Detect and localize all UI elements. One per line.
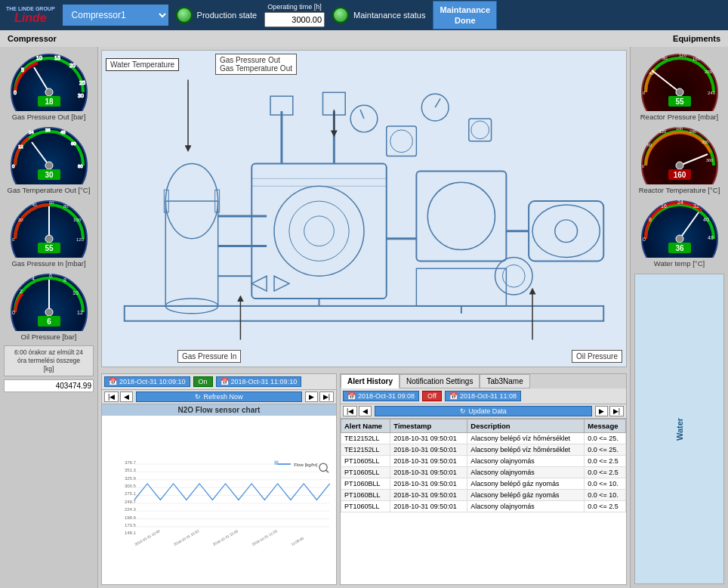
chart-refresh-button[interactable]: ↻ Refresh Now bbox=[136, 391, 301, 402]
svg-text:80: 80 bbox=[63, 204, 69, 209]
svg-text:55: 55 bbox=[675, 97, 684, 106]
svg-text:80: 80 bbox=[662, 56, 668, 60]
gauge-oil-pressure: 0 2 4 6 8 10 12 6 Oil Pressure [bar] bbox=[4, 271, 94, 341]
svg-text:2018-10-31 10:53: 2018-10-31 10:53 bbox=[173, 529, 199, 546]
gauge-gas-pressure-out-svg: 0 5 10 15 20 25 30 18 bbox=[8, 51, 91, 111]
svg-point-132 bbox=[676, 88, 683, 96]
gauge-gas-pressure-out-label: Gas Pressure Out [bar] bbox=[12, 113, 86, 121]
svg-text:30: 30 bbox=[45, 171, 54, 179]
alert-start-date-button[interactable]: 📅 2018-Oct-31 09:08 bbox=[343, 391, 419, 401]
svg-text:11:08:40: 11:08:40 bbox=[291, 536, 305, 546]
alert-tab-3[interactable]: Tab3Name bbox=[480, 374, 529, 388]
svg-text:36: 36 bbox=[675, 244, 684, 252]
svg-text:20: 20 bbox=[18, 218, 23, 222]
production-status: Production state bbox=[176, 7, 258, 23]
subheader-right: Equipments bbox=[673, 34, 720, 43]
svg-text:10: 10 bbox=[36, 55, 42, 60]
svg-text:20: 20 bbox=[69, 63, 76, 68]
gauge-oil-pressure-svg: 0 2 4 6 8 10 12 6 bbox=[8, 271, 91, 331]
chart-svg: 376.7 351.3 325.9 300.5 275.1 249.7 224.… bbox=[105, 419, 333, 581]
alert-nav-next[interactable]: ▶ bbox=[595, 406, 608, 416]
chart-top-toolbar: 📅 2018-Oct-31 10:09:10 On 📅 2018-Oct-31 … bbox=[102, 374, 336, 390]
compressor-dropdown[interactable]: Compressor1 bbox=[63, 5, 168, 26]
operating-time-label: Operating time [h] bbox=[267, 3, 322, 11]
svg-text:0: 0 bbox=[643, 237, 646, 242]
svg-text:60: 60 bbox=[49, 200, 54, 205]
alert-end-date-button[interactable]: 📅 2018-Oct-31 11:08 bbox=[445, 391, 521, 401]
svg-text:120: 120 bbox=[659, 129, 666, 134]
svg-text:2: 2 bbox=[20, 289, 23, 294]
left-gauge-panel: 0 5 10 15 20 25 30 18 Gas Pressure Out [… bbox=[0, 47, 98, 588]
alert-table-row: PT10605LL2018-10-31 09:50:01Alacsony ola… bbox=[341, 501, 626, 512]
chart-bottom-toolbar: |◀ ◀ ↻ Refresh Now ▶ ▶| bbox=[102, 390, 336, 404]
svg-text:5: 5 bbox=[21, 67, 24, 73]
svg-text:18: 18 bbox=[45, 97, 54, 106]
maintenance-done-button[interactable]: MaintananceDone bbox=[433, 1, 497, 30]
svg-text:200: 200 bbox=[705, 70, 713, 74]
svg-text:180: 180 bbox=[676, 126, 683, 131]
alert-table-row: PT1060BLL2018-10-31 09:50:01Alacsony bel… bbox=[341, 490, 626, 501]
svg-text:24: 24 bbox=[677, 200, 683, 205]
alert-top-toolbar: 📅 2018-Oct-31 09:08 Off 📅 2018-Oct-31 11… bbox=[341, 388, 626, 404]
chart-end-date-button[interactable]: 📅 2018-Oct-31 11:09:10 bbox=[216, 376, 302, 387]
label-gas-pressure-in: Gas Pressure In bbox=[177, 350, 241, 363]
label-oil-pressure: Oil Pressure bbox=[572, 350, 622, 363]
svg-text:12: 12 bbox=[77, 310, 83, 315]
svg-text:2018-10-31 10:56: 2018-10-31 10:56 bbox=[212, 529, 239, 546]
gauge-oil-pressure-label: Oil Pressure [bar] bbox=[21, 333, 77, 341]
gauge-water-temp-label: Water temp [°C] bbox=[654, 259, 705, 268]
svg-text:2018-10-31 11:03: 2018-10-31 11:03 bbox=[251, 529, 278, 546]
chart-body: 376.7 351.3 325.9 300.5 275.1 249.7 224.… bbox=[102, 416, 336, 584]
operating-time-group: Operating time [h] 3000.00 bbox=[264, 3, 325, 27]
svg-text:240: 240 bbox=[708, 91, 716, 95]
operating-time-input[interactable]: 3000.00 bbox=[264, 12, 325, 27]
alert-nav-end[interactable]: ▶| bbox=[609, 406, 624, 416]
gauge-reactor-temp-svg: 0 60 120 180 240 300 360 160 bbox=[638, 124, 721, 184]
compressor-diagram bbox=[102, 51, 626, 367]
maintenance-status-group: Maintanance status bbox=[332, 7, 425, 23]
gauge-gas-pressure-in-label: Gas Pressure In [mbar] bbox=[11, 259, 85, 268]
svg-text:10: 10 bbox=[72, 290, 79, 296]
svg-text:48: 48 bbox=[60, 130, 66, 135]
label-gas-pressure-out: Gas Pressure Out Gas Temperature Out bbox=[215, 54, 297, 75]
chart-nav-next[interactable]: ▶ bbox=[305, 391, 318, 402]
alert-update-button[interactable]: ↻ Update Data bbox=[375, 406, 591, 416]
col-description: Description bbox=[467, 419, 585, 433]
chart-nav-start[interactable]: |◀ bbox=[104, 391, 119, 402]
svg-text:15: 15 bbox=[54, 55, 60, 60]
alert-tab-history[interactable]: Alert History bbox=[341, 374, 399, 388]
alert-nav-start[interactable]: |◀ bbox=[343, 406, 357, 416]
svg-point-45 bbox=[45, 308, 53, 316]
svg-text:60: 60 bbox=[71, 141, 76, 146]
alert-nav-prev[interactable]: ◀ bbox=[359, 406, 372, 416]
svg-text:240: 240 bbox=[689, 129, 696, 134]
gauge-reactor-pressure-svg: 0 40 80 120 160 200 240 55 bbox=[638, 51, 721, 111]
alert-tab-notifications[interactable]: Notification Settings bbox=[399, 374, 480, 388]
svg-text:8: 8 bbox=[649, 217, 652, 222]
chart-on-button[interactable]: On bbox=[193, 376, 213, 387]
maintenance-status-dot bbox=[332, 7, 349, 23]
label-water-temperature: Water Temperature bbox=[106, 58, 179, 71]
chart-nav-end[interactable]: ▶| bbox=[319, 391, 334, 402]
production-sum-text: 6:00 órakor az elmúlt 24óra termelési ös… bbox=[4, 345, 94, 376]
alert-table-row: PT1060BLL2018-10-31 09:50:01Alacsony bel… bbox=[341, 478, 626, 490]
svg-text:48: 48 bbox=[708, 235, 714, 240]
alert-table-row: PT10605LL2018-10-31 09:50:01Alacsony ola… bbox=[341, 467, 626, 478]
alert-table-row: TE12152LL2018-10-31 09:50:01Alacsony bel… bbox=[341, 444, 626, 456]
svg-text:40: 40 bbox=[703, 217, 709, 222]
chart-start-date-button[interactable]: 📅 2018-Oct-31 10:09:10 bbox=[104, 376, 190, 387]
alert-nav-right: ▶ ▶| bbox=[595, 406, 624, 416]
svg-rect-121 bbox=[274, 461, 278, 465]
svg-text:2018-10-31 10:48: 2018-10-31 10:48 bbox=[134, 529, 161, 546]
svg-text:Flow [kg/hr]: Flow [kg/hr] bbox=[294, 463, 317, 467]
svg-text:40: 40 bbox=[32, 203, 37, 207]
alert-off-button[interactable]: Off bbox=[422, 391, 442, 401]
svg-text:36: 36 bbox=[45, 128, 51, 132]
gauge-reactor-temp-label: Reactor Temperature [°C] bbox=[639, 186, 720, 194]
production-sum-value[interactable]: 403474.99 bbox=[4, 379, 94, 392]
svg-text:24: 24 bbox=[29, 130, 34, 135]
svg-text:25: 25 bbox=[79, 80, 85, 85]
svg-text:300: 300 bbox=[702, 140, 708, 144]
chart-panel: 📅 2018-Oct-31 10:09:10 On 📅 2018-Oct-31 … bbox=[101, 373, 337, 585]
chart-nav-prev[interactable]: ◀ bbox=[120, 391, 133, 402]
